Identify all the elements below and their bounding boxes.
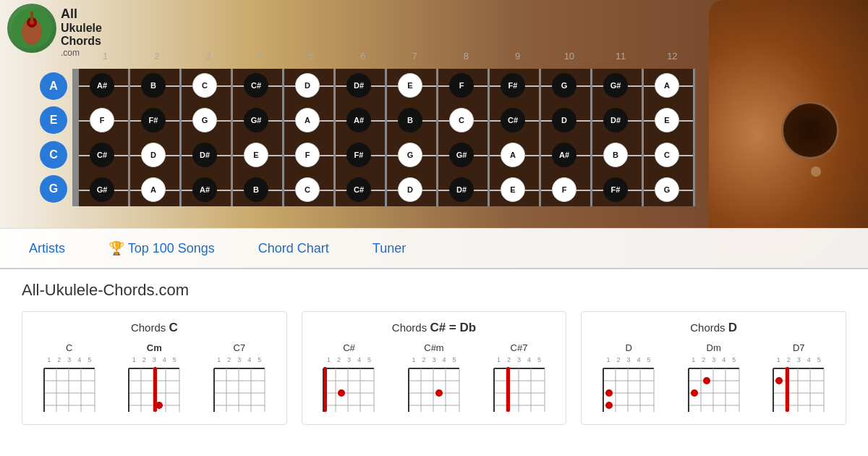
- svg-point-75: [605, 402, 613, 409]
- note-g7: D: [398, 177, 422, 202]
- chord-diagram-csharpm: [401, 365, 467, 415]
- chord-name-d7: D7: [793, 342, 805, 353]
- note-a12: A: [655, 73, 679, 98]
- chord-card-csharp7: C#7 1 2 3 4 5: [487, 342, 552, 415]
- chord-section-c-title: Chords C: [30, 321, 279, 335]
- svg-rect-96: [786, 367, 789, 412]
- svg-point-54: [435, 389, 443, 397]
- chord-name-cm: Cm: [147, 342, 162, 353]
- note-g5: C: [295, 177, 320, 202]
- svg-rect-43: [323, 367, 327, 412]
- note-c1: C#: [90, 143, 114, 167]
- note-c5: F: [295, 143, 320, 167]
- string-labels: A E C G: [40, 69, 67, 206]
- chord-diagram-dm: [681, 365, 746, 415]
- note-g4: B: [244, 177, 268, 202]
- nav-artists[interactable]: Artists: [29, 241, 65, 256]
- chord-section-d: Chords D D 1 2 3 4 5: [581, 311, 846, 425]
- note-e5: A: [295, 108, 320, 132]
- svg-rect-4: [30, 12, 33, 23]
- chord-section-csharp: Chords C# = Db C# 1 2 3 4 5: [302, 311, 567, 425]
- chord-card-csharpm: C#m 1 2 3 4 5: [401, 342, 467, 415]
- chord-diagram-cm: [122, 365, 187, 415]
- chord-card-csharp: C# 1 2 3 4 5: [316, 342, 381, 415]
- fret-grid: A# B C C# D D# E F F# G G# A F F# G G# A…: [72, 69, 694, 206]
- note-a2: B: [141, 73, 166, 98]
- note-a5: D: [295, 73, 320, 98]
- chord-card-d: D 1 2 3 4 5: [596, 342, 661, 415]
- note-c7: G: [398, 143, 422, 167]
- note-g2: A: [141, 177, 166, 202]
- chord-card-dm: Dm 1 2 3 4 5: [681, 342, 746, 415]
- note-g12: G: [655, 177, 679, 202]
- note-a6: D#: [346, 73, 371, 98]
- chord-cards-c: C 1 2 3 4 5: [30, 342, 279, 415]
- note-c9: A: [501, 143, 525, 167]
- chord-card-c: C 1 2 3 4 5: [37, 342, 102, 415]
- chord-diagram-d7: [766, 365, 831, 415]
- fret-numbers: 1 2 3 4 5 6 7 8 9 10 11 12: [80, 51, 698, 62]
- note-a8: F: [449, 73, 474, 98]
- chord-diagram-csharp7: [487, 365, 552, 415]
- note-c4: E: [244, 143, 268, 167]
- note-a11: G#: [603, 73, 628, 98]
- note-g10: F: [552, 177, 576, 202]
- note-g11: F#: [603, 177, 628, 202]
- chord-name-csharp: C#: [343, 342, 355, 353]
- chord-diagram-c7: [207, 365, 272, 415]
- chord-cards-csharp: C# 1 2 3 4 5: [310, 342, 559, 415]
- note-g8: D#: [449, 177, 474, 202]
- chord-diagram-csharp: [316, 365, 381, 415]
- note-e2: F#: [141, 108, 166, 132]
- svg-point-44: [338, 389, 345, 397]
- note-e4: G#: [244, 108, 268, 132]
- chord-diagram-d: [596, 365, 661, 415]
- fretboard: 1 2 3 4 5 6 7 8 9 10 11 12 A E C G: [40, 69, 691, 206]
- note-a10: G: [552, 73, 576, 98]
- nav-tuner[interactable]: Tuner: [373, 241, 406, 256]
- svg-point-97: [775, 377, 783, 384]
- note-e11: D#: [603, 108, 628, 132]
- chord-card-c7: C7 1 2 3 4 5: [207, 342, 272, 415]
- note-c10: A#: [552, 143, 576, 167]
- chord-sections: Chords C C 1 2 3 4 5: [22, 311, 846, 425]
- note-e8: C: [449, 108, 474, 132]
- note-g3: A#: [192, 177, 217, 202]
- header-area: All Ukulele Chords .com 1 2 3 4 5 6 7 8 …: [0, 0, 868, 268]
- site-title: All-Ukulele-Chords.com: [22, 281, 846, 300]
- note-a7: E: [398, 73, 422, 98]
- logo: All Ukulele Chords .com: [7, 4, 102, 58]
- note-c3: D#: [192, 143, 217, 167]
- chord-name-csharpm: C#m: [424, 342, 443, 353]
- chord-name-c: C: [66, 342, 72, 353]
- note-c11: B: [603, 143, 628, 167]
- chord-name-dm: Dm: [707, 342, 721, 353]
- note-e1: F: [90, 108, 114, 132]
- note-a9: F#: [501, 73, 525, 98]
- chord-section-c: Chords C C 1 2 3 4 5: [22, 311, 287, 425]
- svg-point-24: [156, 402, 163, 409]
- note-c6: F#: [346, 143, 371, 167]
- svg-point-74: [605, 389, 613, 397]
- logo-icon: [7, 4, 56, 53]
- svg-rect-64: [506, 367, 510, 412]
- chord-section-d-title: Chords D: [589, 321, 838, 335]
- chord-diagram-c: [37, 365, 102, 415]
- note-g9: E: [501, 177, 525, 202]
- note-a1: A#: [90, 73, 114, 98]
- chord-section-csharp-title: Chords C# = Db: [310, 321, 559, 335]
- logo-text: All Ukulele Chords .com: [61, 7, 102, 58]
- note-e12: E: [655, 108, 679, 132]
- string-e: E: [40, 106, 67, 134]
- string-c: C: [40, 141, 67, 169]
- note-c2: D: [141, 143, 166, 167]
- note-g6: C#: [346, 177, 371, 202]
- nav-chordchart[interactable]: Chord Chart: [258, 241, 329, 256]
- note-e9: C#: [501, 108, 525, 132]
- chord-name-c7: C7: [234, 342, 246, 353]
- chord-card-d7: D7 1 2 3 4 5: [766, 342, 831, 415]
- string-a: A: [40, 72, 67, 100]
- note-e6: A#: [346, 108, 371, 132]
- nav-top100[interactable]: Top 100 Songs: [109, 240, 215, 256]
- note-e10: D: [552, 108, 576, 132]
